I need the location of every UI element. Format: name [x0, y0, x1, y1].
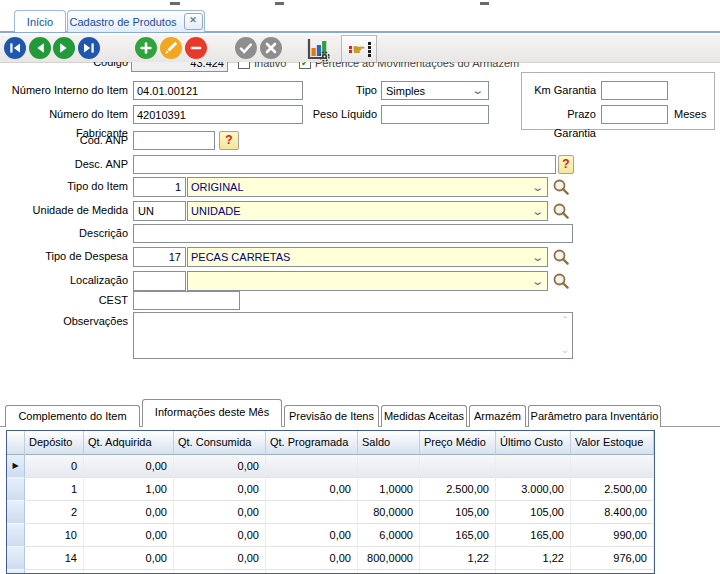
inativo-checkbox[interactable] [238, 62, 250, 69]
column-header[interactable]: Qt. Adquirida [84, 431, 174, 455]
insert-record-button[interactable] [134, 36, 158, 60]
tipo-despesa-search-icon[interactable] [552, 248, 570, 266]
cod-anp-help-button[interactable]: ? [219, 131, 239, 150]
chevron-down-icon[interactable]: ⌄ [531, 205, 544, 218]
last-record-button[interactable] [77, 36, 101, 60]
cancel-record-button[interactable] [259, 36, 283, 60]
table-row[interactable]: 15 0,00 0,00 0,00 450,0000 23,30 27,40 1… [7, 570, 654, 574]
cell: 0,00 [84, 547, 174, 570]
numero-fabricante-field[interactable] [133, 105, 303, 124]
clipped-text-remnant [275, 2, 284, 5]
numero-interno-label: Número Interno do Item [0, 81, 128, 100]
numero-interno-field[interactable] [133, 81, 303, 100]
cell: 10.933,77 [571, 570, 654, 574]
table-row[interactable]: 10 0,00 0,00 0,00 6,0000 165,00 165,00 9… [7, 524, 654, 547]
table-row[interactable]: 14 0,00 0,00 0,00 800,0000 1,22 1,22 976… [7, 547, 654, 570]
unidade-medida-search-icon[interactable] [552, 202, 570, 220]
select-record-button[interactable]: ☛ [341, 35, 377, 63]
tab-label: Complemento do Item [18, 410, 126, 422]
desc-anp-help-button[interactable]: ? [558, 155, 574, 174]
chevron-down-icon[interactable]: ⌄ [471, 84, 484, 97]
scroll-down-icon[interactable]: ⌄ [560, 346, 570, 355]
codigo-label: Código [0, 62, 128, 72]
cell: 800,0000 [358, 547, 420, 570]
tipo-item-combobox[interactable]: ORIGINAL ⌄ [187, 177, 548, 197]
descricao-field[interactable] [133, 224, 573, 243]
desc-anp-field[interactable] [133, 155, 556, 174]
cest-field[interactable] [133, 291, 240, 310]
column-header[interactable]: Qt. Consumida [174, 431, 266, 455]
prior-record-button[interactable] [28, 36, 52, 60]
tab-inicio[interactable]: Início [14, 10, 66, 32]
tab-complemento-do-item[interactable]: Complemento do Item [5, 405, 140, 427]
cell: 0,00 [174, 524, 266, 547]
km-garantia-field[interactable] [601, 81, 668, 100]
peso-liquido-field[interactable] [381, 105, 489, 124]
cell: 0 [25, 455, 84, 478]
clipped-text-remnant [480, 2, 489, 5]
tab-label: Medidas Aceitas [384, 410, 464, 422]
tipo-item-code-field[interactable]: 1 [133, 177, 186, 197]
codigo-field [131, 62, 228, 72]
confirm-record-button[interactable] [234, 36, 258, 60]
column-header[interactable]: Preço Médio [420, 431, 496, 455]
cell: 0,00 [174, 570, 266, 574]
unidade-medida-code-field[interactable]: UN [133, 201, 186, 221]
tipo-value: Simples [386, 85, 473, 97]
next-record-button[interactable] [52, 36, 76, 60]
cell: 976,00 [571, 547, 654, 570]
tipo-despesa-code-field[interactable]: 17 [133, 247, 186, 267]
chevron-down-icon[interactable]: ⌄ [531, 181, 544, 194]
inativo-label: Inativo [254, 62, 286, 70]
table-row[interactable]: 1 1,00 0,00 0,00 1,0000 2.500,00 3.000,0… [7, 478, 654, 501]
cell: 10 [25, 524, 84, 547]
row-indicator: ▶ [7, 455, 25, 478]
delete-record-button[interactable] [184, 36, 208, 60]
tab-informacoes-deste-mes[interactable]: Informações deste Mês [142, 399, 282, 427]
close-tab-icon[interactable]: ✕ [184, 13, 203, 30]
column-header[interactable]: Último Custo [496, 431, 571, 455]
column-header[interactable]: Valor Estoque [571, 431, 654, 455]
tab-armazem[interactable]: Armazém [469, 405, 526, 427]
pertence-checkbox[interactable]: ✓ [299, 62, 311, 69]
first-record-button[interactable] [3, 36, 27, 60]
tab-label: Previsão de Itens [289, 410, 374, 422]
unidade-medida-combobox[interactable]: UNIDADE ⌄ [187, 201, 548, 221]
cell: 14 [25, 547, 84, 570]
scroll-up-icon[interactable]: ⌃ [560, 316, 570, 325]
column-header[interactable]: Depósito [25, 431, 84, 455]
table-row[interactable]: 2 0,00 0,00 80,0000 105,00 105,00 8.400,… [7, 501, 654, 524]
localizacao-combobox[interactable]: ⌄ [187, 271, 548, 291]
grid-header-row: Depósito Qt. Adquirida Qt. Consumida Qt.… [7, 431, 654, 455]
tab-label: Parâmetro para Inventário [531, 410, 659, 422]
tab-cadastro-de-produtos[interactable]: Cadastro de Produtos ✕ [67, 10, 205, 32]
prazo-garantia-field[interactable] [601, 105, 668, 124]
record-toolbar: ☛ [0, 35, 720, 63]
tipo-combobox[interactable]: Simples ⌄ [381, 81, 489, 100]
tab-parametro-para-inventario[interactable]: Parâmetro para Inventário [528, 405, 661, 427]
column-header[interactable]: Saldo [358, 431, 420, 455]
tipo-item-search-icon[interactable] [552, 178, 570, 196]
cell [496, 455, 571, 478]
chart-settings-icon[interactable] [303, 36, 331, 62]
cod-anp-label: Cód. ANP [0, 131, 128, 150]
cest-label: CEST [0, 291, 128, 310]
localizacao-code-field[interactable] [133, 271, 186, 291]
chevron-down-icon[interactable]: ⌄ [531, 275, 544, 288]
desc-anp-label: Desc. ANP [0, 155, 128, 174]
cell: 8.400,00 [571, 501, 654, 524]
tipo-despesa-combobox[interactable]: PECAS CARRETAS ⌄ [187, 247, 548, 267]
edit-record-button[interactable] [159, 36, 183, 60]
tab-medidas-aceitas[interactable]: Medidas Aceitas [381, 405, 467, 427]
meses-label: Meses [674, 105, 714, 124]
table-row[interactable]: ▶ 0 0,00 0,00 [7, 455, 654, 478]
row-gutter [7, 524, 25, 547]
tab-previsao-de-itens[interactable]: Previsão de Itens [284, 405, 379, 427]
cell [266, 501, 358, 524]
cod-anp-field[interactable] [133, 131, 215, 150]
cell: 1,22 [420, 547, 496, 570]
column-header[interactable]: Qt. Programada [266, 431, 358, 455]
chevron-down-icon[interactable]: ⌄ [531, 251, 544, 264]
observacoes-field[interactable]: ⌃ ⌄ [133, 312, 573, 359]
localizacao-search-icon[interactable] [552, 272, 570, 290]
